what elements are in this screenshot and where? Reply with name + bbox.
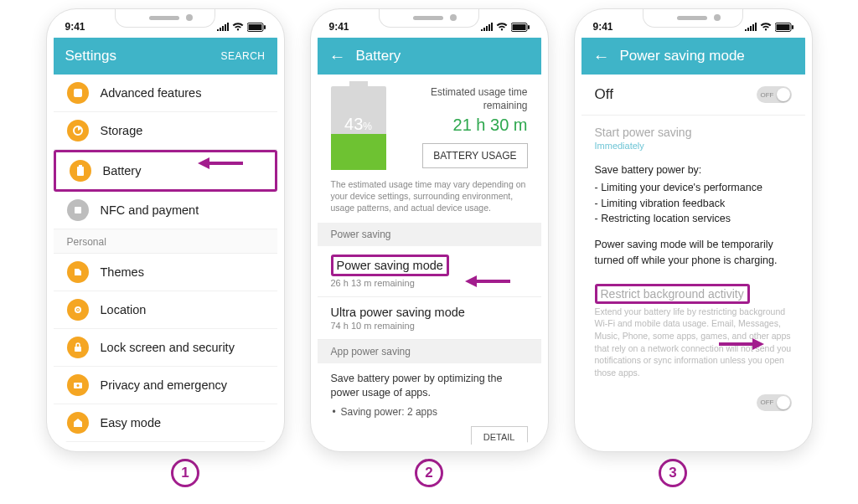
app-header-battery: ← Battery bbox=[318, 38, 541, 75]
psm-subtitle: 26 h 13 m remaining bbox=[331, 278, 528, 288]
svg-point-9 bbox=[77, 309, 79, 311]
svg-rect-23 bbox=[776, 24, 789, 30]
wifi-icon bbox=[232, 23, 244, 31]
percent-sign: % bbox=[363, 121, 372, 132]
location-icon bbox=[67, 299, 89, 321]
upsm-title: Ultra power saving mode bbox=[331, 306, 528, 319]
psm-master-toggle-row[interactable]: Off OFF bbox=[581, 75, 805, 116]
svg-rect-10 bbox=[75, 347, 81, 352]
start-power-saving-value: Immediately bbox=[581, 141, 805, 162]
item-label: Easy mode bbox=[101, 416, 162, 429]
start-power-saving-label[interactable]: Start power saving bbox=[581, 116, 805, 141]
battery-usage-button[interactable]: BATTERY USAGE bbox=[422, 143, 527, 168]
estimated-label: Estimated usage time remaining bbox=[401, 86, 528, 112]
signal-icon bbox=[745, 23, 757, 31]
settings-list[interactable]: Advanced features Storage Battery NFC an… bbox=[54, 75, 277, 445]
app-power-saving-header: App power saving bbox=[318, 340, 541, 363]
restrict-background-title[interactable]: Restrict background activity bbox=[595, 284, 750, 304]
save-bullet-3: - Restricting location services bbox=[595, 211, 792, 227]
wifi-icon bbox=[760, 23, 772, 31]
psm-off-label: Off bbox=[595, 86, 613, 103]
section-personal: Personal bbox=[54, 229, 277, 254]
step-numbers: 1 2 3 bbox=[0, 459, 858, 487]
status-time: 9:41 bbox=[593, 21, 613, 33]
item-label: Storage bbox=[101, 124, 143, 137]
item-nfc[interactable]: NFC and payment bbox=[54, 192, 277, 229]
nfc-icon bbox=[67, 199, 89, 221]
save-bullet-2: - Limiting vibration feedback bbox=[595, 196, 792, 212]
item-themes[interactable]: Themes bbox=[54, 254, 277, 291]
easy-mode-icon bbox=[67, 412, 89, 434]
battery-status-icon bbox=[511, 23, 530, 32]
svg-rect-2 bbox=[264, 25, 266, 29]
ultra-power-saving-row[interactable]: Ultra power saving mode 74 h 10 m remain… bbox=[318, 297, 541, 340]
app-power-bullet: Saving power: 2 apps bbox=[318, 404, 541, 418]
battery-icon bbox=[70, 160, 91, 182]
themes-icon bbox=[67, 261, 89, 283]
battery-percent: 43 bbox=[344, 115, 363, 133]
psm-toggle[interactable]: OFF bbox=[757, 86, 792, 103]
item-advanced-features[interactable]: Advanced features bbox=[54, 75, 277, 112]
app-header-psm: ← Power saving mode bbox=[581, 38, 805, 75]
step-1: 1 bbox=[171, 459, 199, 487]
item-lock-security[interactable]: Lock screen and security bbox=[54, 329, 277, 367]
advanced-icon bbox=[67, 82, 89, 104]
phone-frame-2: 9:41 ← Battery 43% Estimat bbox=[310, 8, 549, 452]
header-title: Settings bbox=[65, 48, 211, 64]
lock-icon bbox=[67, 337, 89, 358]
save-bullet-1: - Limiting your device's performance bbox=[595, 180, 792, 196]
battery-status-icon bbox=[775, 23, 793, 32]
phone-frame-1: 9:41 Settings SEARCH bbox=[46, 8, 285, 452]
notch bbox=[643, 9, 743, 28]
header-title: Power saving mode bbox=[620, 48, 793, 64]
item-privacy[interactable]: Privacy and emergency bbox=[54, 367, 277, 404]
svg-rect-5 bbox=[77, 167, 84, 176]
item-easy-mode[interactable]: Easy mode bbox=[54, 404, 277, 442]
item-label: NFC and payment bbox=[101, 203, 199, 217]
wifi-icon bbox=[496, 23, 508, 31]
back-icon[interactable]: ← bbox=[593, 48, 610, 64]
status-time: 9:41 bbox=[329, 21, 349, 33]
svg-rect-3 bbox=[74, 89, 82, 97]
item-label: Privacy and emergency bbox=[101, 378, 228, 392]
step-3: 3 bbox=[659, 459, 687, 487]
power-saving-header: Power saving bbox=[318, 223, 541, 246]
status-time: 9:41 bbox=[65, 21, 85, 33]
save-by-header: Save battery power by: bbox=[595, 162, 792, 178]
restrict-background-toggle[interactable]: OFF bbox=[757, 394, 792, 411]
charging-note: Power saving mode will be temporarily tu… bbox=[595, 237, 792, 269]
battery-screen[interactable]: 43% Estimated usage time remaining 21 h … bbox=[318, 75, 541, 445]
battery-status-icon bbox=[247, 23, 266, 32]
app-header-settings: Settings SEARCH bbox=[54, 38, 277, 75]
battery-note: The estimated usage time may vary depend… bbox=[318, 178, 541, 223]
item-label: Lock screen and security bbox=[101, 341, 235, 354]
item-label: Battery bbox=[103, 164, 142, 177]
svg-rect-24 bbox=[792, 25, 793, 29]
signal-icon bbox=[481, 23, 493, 31]
restrict-background-desc: Extend your battery life by restricting … bbox=[581, 306, 805, 379]
psm-title: Power saving mode bbox=[331, 255, 449, 276]
svg-point-12 bbox=[76, 384, 79, 387]
storage-icon bbox=[67, 120, 89, 141]
estimated-time: 21 h 30 m bbox=[401, 116, 528, 135]
svg-rect-6 bbox=[79, 165, 82, 167]
signal-icon bbox=[217, 23, 229, 31]
privacy-icon bbox=[67, 374, 89, 396]
item-label: Themes bbox=[101, 265, 144, 279]
battery-level-graphic: 43% bbox=[331, 86, 386, 170]
psm-screen[interactable]: Off OFF Start power saving Immediately S… bbox=[581, 75, 805, 445]
svg-rect-18 bbox=[512, 24, 525, 30]
step-2: 2 bbox=[415, 459, 443, 487]
upsm-subtitle: 74 h 10 m remaining bbox=[331, 321, 528, 331]
item-battery[interactable]: Battery bbox=[54, 150, 277, 192]
svg-rect-19 bbox=[528, 25, 530, 29]
item-location[interactable]: Location bbox=[54, 291, 277, 329]
app-power-note: Save battery power by optimizing the pow… bbox=[318, 363, 541, 404]
item-storage[interactable]: Storage bbox=[54, 112, 277, 150]
item-accounts[interactable]: Accounts bbox=[54, 442, 277, 445]
phone-frame-3: 9:41 ← Power saving mode Off OFF Start p… bbox=[574, 8, 813, 452]
search-button[interactable]: SEARCH bbox=[220, 50, 265, 62]
power-saving-mode-row[interactable]: Power saving mode 26 h 13 m remaining bbox=[318, 246, 541, 297]
detail-button[interactable]: DETAIL bbox=[471, 426, 528, 445]
back-icon[interactable]: ← bbox=[329, 48, 346, 64]
